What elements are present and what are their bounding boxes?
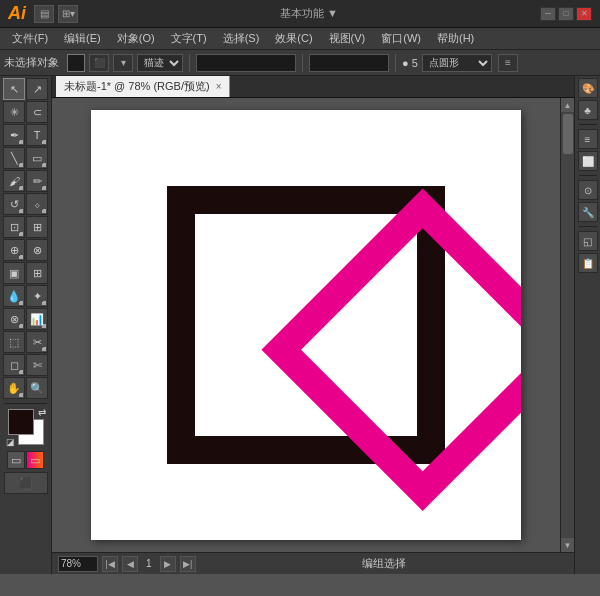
tool-select[interactable]: 猫迹: [137, 54, 183, 72]
shear-tool[interactable]: ⊞: [26, 216, 48, 238]
rect-tool[interactable]: ▭: [26, 147, 48, 169]
doc-icon[interactable]: ▤: [34, 5, 54, 23]
reflect-tool[interactable]: ⬦: [26, 193, 48, 215]
canvas-container[interactable]: [52, 98, 560, 552]
default-colors-btn[interactable]: ◪: [6, 437, 15, 447]
stroke-icon[interactable]: ⬛: [89, 54, 109, 72]
lasso-tool[interactable]: ⊂: [26, 101, 48, 123]
last-page-btn[interactable]: ▶|: [180, 556, 196, 572]
app-logo: Ai: [8, 3, 26, 24]
bottom-bar: 78% |◀ ◀ 1 ▶ ▶| 编组选择: [52, 552, 574, 574]
option-input-1[interactable]: [196, 54, 296, 72]
separator-3: [395, 54, 396, 72]
line-tool[interactable]: ╲: [3, 147, 25, 169]
fill-swatch[interactable]: [67, 54, 85, 72]
shape-builder-tool[interactable]: ⊕: [3, 239, 25, 261]
separator-1: [189, 54, 190, 72]
window-controls: ─ □ ✕: [540, 7, 592, 21]
menu-view[interactable]: 视图(V): [321, 29, 374, 48]
menu-file[interactable]: 文件(F): [4, 29, 56, 48]
stroke-style-btn[interactable]: ▾: [113, 54, 133, 72]
direct-select-tool[interactable]: ↗: [26, 78, 48, 100]
color-panel-btn[interactable]: 🎨: [578, 78, 598, 98]
gradient-mode-btn[interactable]: ▭: [26, 451, 44, 469]
swatches-panel-btn[interactable]: ♣: [578, 100, 598, 120]
live-paint-tool[interactable]: ⊗: [26, 239, 48, 261]
tool-row-symbol: ⊗ 📊: [2, 308, 49, 330]
menu-select[interactable]: 选择(S): [215, 29, 268, 48]
maximize-button[interactable]: □: [558, 7, 574, 21]
eraser-tool[interactable]: ◻: [3, 354, 25, 376]
stroke-panel-btn[interactable]: ≡: [578, 129, 598, 149]
tool-row-modes: ▭ ▭: [2, 451, 49, 469]
arrow-tool[interactable]: ↖: [3, 78, 25, 100]
tool-row-shape-builder: ⊕ ⊗: [2, 239, 49, 261]
tool-row-screen-modes: ⬛: [2, 472, 49, 494]
pen-tool[interactable]: ✒: [3, 124, 25, 146]
pencil-tool[interactable]: ✏: [26, 170, 48, 192]
menu-edit[interactable]: 编辑(E): [56, 29, 109, 48]
graph-tool[interactable]: 📊: [26, 308, 48, 330]
status-text: 编组选择: [200, 556, 568, 571]
text-tool[interactable]: T: [26, 124, 48, 146]
tool-row-eyedropper: 💧 ✦: [2, 285, 49, 307]
first-page-btn[interactable]: |◀: [102, 556, 118, 572]
scroll-down-btn[interactable]: ▼: [561, 538, 575, 552]
tool-row-2: ✳ ⊂: [2, 101, 49, 123]
scroll-track-v[interactable]: [561, 112, 574, 538]
scroll-thumb-v[interactable]: [563, 114, 573, 154]
tab-bar: 未标题-1* @ 78% (RGB/预览) ×: [52, 76, 574, 98]
tool-row-eraser: ◻ ✄: [2, 354, 49, 376]
scroll-up-btn[interactable]: ▲: [561, 98, 575, 112]
artboard-tool[interactable]: ⬚: [3, 331, 25, 353]
options-extra-btn[interactable]: ≡: [498, 54, 518, 72]
vertical-scrollbar[interactable]: ▲ ▼: [560, 98, 574, 552]
tool-row-rotate: ↺ ⬦: [2, 193, 49, 215]
shape-select[interactable]: 点圆形: [422, 54, 492, 72]
menu-help[interactable]: 帮助(H): [429, 29, 482, 48]
swap-colors-btn[interactable]: ⇄: [38, 407, 46, 418]
magic-wand-tool[interactable]: ✳: [3, 101, 25, 123]
prev-page-btn[interactable]: ◀: [122, 556, 138, 572]
scissors-tool[interactable]: ✄: [26, 354, 48, 376]
slice-tool[interactable]: ✂: [26, 331, 48, 353]
arrange-icon[interactable]: ⊞▾: [58, 5, 78, 23]
tool-row-1: ↖ ↗: [2, 78, 49, 100]
blend-tool[interactable]: ✦: [26, 285, 48, 307]
normal-mode-btn[interactable]: ▭: [7, 451, 25, 469]
menu-effect[interactable]: 效果(C): [267, 29, 320, 48]
artboards-panel-btn[interactable]: 📋: [578, 253, 598, 273]
page-number: 1: [142, 558, 156, 569]
tool-row-artboard: ⬚ ✂: [2, 331, 49, 353]
appearance-panel-btn[interactable]: ⬜: [578, 151, 598, 171]
option-input-2[interactable]: [309, 54, 389, 72]
left-toolbar: ↖ ↗ ✳ ⊂ ✒ T ╲ ▭ 🖌 ✏ ↺ ⬦ ⊡ ⊞ ⊕ ⊗: [0, 76, 52, 574]
menu-window[interactable]: 窗口(W): [373, 29, 429, 48]
tool-row-line: ╲ ▭: [2, 147, 49, 169]
close-button[interactable]: ✕: [576, 7, 592, 21]
layers-panel-btn[interactable]: ◱: [578, 231, 598, 251]
document-tab[interactable]: 未标题-1* @ 78% (RGB/预览) ×: [56, 76, 230, 97]
menu-text[interactable]: 文字(T): [163, 29, 215, 48]
next-page-btn[interactable]: ▶: [160, 556, 176, 572]
tab-close-btn[interactable]: ×: [216, 81, 222, 92]
hand-tool[interactable]: ✋: [3, 377, 25, 399]
options-bar: 未选择对象 ⬛ ▾ 猫迹 ● 5 点圆形 ≡: [0, 50, 600, 76]
symbol-spray-tool[interactable]: ⊗: [3, 308, 25, 330]
graphic-styles-btn[interactable]: 🔧: [578, 202, 598, 222]
minimize-button[interactable]: ─: [540, 7, 556, 21]
zoom-tool[interactable]: 🔍: [26, 377, 48, 399]
foreground-color[interactable]: [8, 409, 34, 435]
menu-object[interactable]: 对象(O): [109, 29, 163, 48]
effects-panel-btn[interactable]: ⊙: [578, 180, 598, 200]
gradient-tool[interactable]: ▣: [3, 262, 25, 284]
scale-tool[interactable]: ⊡: [3, 216, 25, 238]
rotate-tool[interactable]: ↺: [3, 193, 25, 215]
zoom-input[interactable]: 78%: [58, 556, 98, 572]
eyedropper-tool[interactable]: 💧: [3, 285, 25, 307]
screen-mode-btn[interactable]: ⬛: [4, 472, 48, 494]
mesh-tool[interactable]: ⊞: [26, 262, 48, 284]
brush-tool[interactable]: 🖌: [3, 170, 25, 192]
stroke-width-label: ● 5: [402, 57, 418, 69]
tool-row-gradient: ▣ ⊞: [2, 262, 49, 284]
